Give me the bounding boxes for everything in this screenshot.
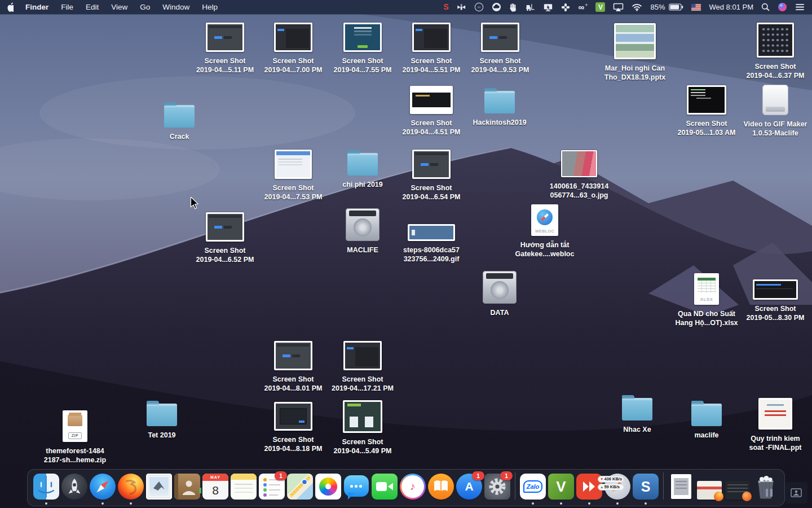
desktop-icon-qua-nd-cho-su-t-hang-h-ot-xlsx[interactable]: XLSX Qua ND cho Suất Hang Hộ...OT).xlsx — [670, 273, 743, 327]
menu-go[interactable]: Go — [134, 0, 156, 14]
dock-item-calendar[interactable]: MAY8 — [202, 474, 228, 500]
desktop-icon-screen-shot-2019-04-8-18-pm[interactable]: Screen Shot 2019-04...8.18 PM — [257, 402, 330, 453]
siri-icon[interactable] — [774, 0, 791, 14]
desktop-icon-nhac-xe[interactable]: Nhac Xe — [601, 393, 674, 435]
desktop-icon-screen-shot-2019-04-7-00-pm[interactable]: Screen Shot 2019-04...7.00 PM — [257, 23, 330, 75]
dock-item-document-file[interactable] — [668, 474, 694, 500]
desktop-icon-maclife[interactable]: MACLIFE — [326, 208, 399, 255]
dock-item-system-preferences[interactable]: 1 — [484, 474, 510, 500]
desktop-icon-screen-shot-2019-04-5-51-pm[interactable]: Screen Shot 2019-04...5.51 PM — [395, 23, 468, 75]
wifi-icon[interactable] — [628, 0, 646, 14]
menubar-app-name[interactable]: Finder — [19, 3, 55, 11]
desktop-icon-screen-shot-2019-04-6-54-pm[interactable]: Screen Shot 2019-04...6.54 PM — [395, 150, 468, 202]
notification-badge: 1 — [500, 471, 513, 480]
amphetamine-icon[interactable]: ∞+ — [574, 0, 592, 14]
desktop-icon-screen-shot-2019-04-17-21-pm[interactable]: Screen Shot 2019-04...17.21 PM — [326, 341, 399, 393]
creative-cloud-icon[interactable]: ∞ — [470, 0, 488, 14]
desktop-icon-steps-8006dca57-323756-2409-gif[interactable]: steps-8006dca57 323756...2409.gif — [395, 224, 468, 264]
notification-badge: 1 — [472, 471, 484, 480]
airplay-icon[interactable] — [609, 0, 628, 14]
dock-item-photos[interactable] — [315, 474, 341, 500]
dock-item-zalo[interactable]: Zalo — [520, 474, 546, 500]
desktop-icon-label: Screen Shot 2019-04...9.53 PM — [471, 57, 529, 75]
photos-flower — [319, 478, 337, 496]
desktop-icon-video-to-gif-maker-1-0-53-maclife[interactable]: Video to GIF Maker 1.0.53-Maclife — [739, 84, 812, 138]
frame-button[interactable] — [785, 482, 807, 503]
desktop-icon-screen-shot-2019-04-4-51-pm[interactable]: Screen Shot 2019-04...4.51 PM — [395, 86, 468, 137]
dock-item-snagit[interactable]: S — [633, 474, 659, 500]
dock-item-messages[interactable] — [343, 474, 369, 500]
menu-edit[interactable]: Edit — [80, 0, 105, 14]
desktop-icon-screen-shot-2019-04-8-01-pm[interactable]: Screen Shot 2019-04...8.01 PM — [257, 341, 330, 393]
usb-helper-icon[interactable] — [452, 0, 470, 14]
photo-pptx-icon — [614, 23, 656, 59]
dock-item-itunes[interactable]: ♪ — [400, 474, 426, 500]
menu-help[interactable]: Help — [196, 0, 224, 14]
desktop-icon-mar-hoi-nghi-can-tho-dx18-19-pptx[interactable]: Mar_Hoi nghi Can Tho_DX18.19.pptx — [598, 23, 672, 82]
dock-item-mail[interactable] — [146, 474, 172, 500]
desktop-icon-chi-phi-2019[interactable]: chi phi 2019 — [326, 148, 399, 190]
desktop-icon-screen-shot-2019-05-1-03-am[interactable]: Screen Shot 2019-05...1.03 AM — [670, 85, 743, 137]
desktop-icon-quy-trinh-kiem-soat-final-ppt[interactable]: Quy trinh kiem soat -FINAL.ppt — [739, 398, 812, 452]
dock-item-minimized-window-firefox[interactable] — [696, 474, 722, 500]
menu-file[interactable]: File — [55, 0, 80, 14]
desktop-icon-data[interactable]: DATA — [463, 271, 536, 318]
display-cursor-icon[interactable] — [539, 0, 557, 14]
clock-icon[interactable]: Wed 8:01 PM — [705, 0, 757, 14]
spotlight-icon[interactable] — [757, 0, 774, 14]
dock-item-safari[interactable] — [90, 474, 116, 500]
dock-separator — [515, 472, 515, 500]
dock-item-minimized-window-folx[interactable] — [725, 474, 751, 500]
notification-center-icon[interactable] — [791, 0, 809, 14]
desktop-icons-area: Screen Shot 2019-04...5.11 PM Screen Sho… — [0, 14, 812, 508]
vietnamese-input-icon[interactable]: V — [592, 0, 609, 14]
menu-view[interactable]: View — [105, 0, 134, 14]
snagit-icon[interactable]: S — [439, 0, 452, 14]
fan-control-icon[interactable] — [557, 0, 574, 14]
desktop-icon-screen-shot-2019-05-8-30-pm[interactable]: Screen Shot 2019-05...8.30 PM — [739, 279, 812, 322]
dock-item-maps[interactable] — [287, 474, 313, 500]
desktop-icon-label: Screen Shot 2019-04...7.53 PM — [264, 184, 323, 202]
pause-button[interactable] — [758, 482, 780, 503]
desktop-icon-screen-shot-2019-04-5-11-pm[interactable]: Screen Shot 2019-04...5.11 PM — [188, 23, 262, 75]
dock-item-firefox[interactable] — [118, 474, 144, 500]
desktop-icon-screen-shot-2019-04-7-55-pm[interactable]: Screen Shot 2019-04...7.55 PM — [326, 23, 399, 75]
forklift-icon[interactable] — [521, 0, 539, 14]
battery-icon[interactable]: 85% — [646, 0, 687, 14]
xlsx-icon: XLSX — [694, 273, 719, 305]
shot-dark-icon — [206, 212, 244, 242]
dock-item-facetime[interactable] — [372, 474, 398, 500]
desktop-icon-crack[interactable]: Crack — [143, 100, 216, 142]
window-thumbnail — [725, 481, 750, 500]
desktop-icon-screen-shot-2019-04-9-53-pm[interactable]: Screen Shot 2019-04...9.53 PM — [464, 23, 537, 75]
desktop-icon-screen-shot-2019-04-6-52-pm[interactable]: Screen Shot 2019-04...6.52 PM — [188, 212, 262, 264]
dock-item-folx[interactable]: ▼436 KB/s▲59 KB/s — [604, 474, 630, 500]
cloud-backup-icon[interactable] — [488, 0, 505, 14]
desktop-icon-label: Tet 2019 — [148, 431, 175, 440]
dock-item-notes[interactable] — [231, 474, 257, 500]
hand-tool-icon[interactable] — [505, 0, 521, 14]
dock-item-books[interactable] — [428, 474, 454, 500]
shot-dark2-icon — [274, 23, 312, 52]
menu-window[interactable]: Window — [156, 0, 196, 14]
dock-item-app-store[interactable]: A1 — [456, 474, 482, 500]
dock-item-finder[interactable] — [33, 474, 59, 500]
dock-item-reminders[interactable]: 1 — [259, 474, 285, 500]
input-flag-icon[interactable] — [687, 0, 705, 14]
apple-menu-icon[interactable] — [0, 0, 19, 14]
desktop-icon-1400616-7433914-056774-63-o-jpg[interactable]: 1400616_7433914 056774...63_o.jpg — [542, 150, 616, 200]
desktop-icon-screen-shot-2019-04-7-53-pm[interactable]: Screen Shot 2019-04...7.53 PM — [257, 150, 330, 202]
desktop-icon-themeforest-1484-2187-sh-heme-zip[interactable]: ZIP themeforest-1484 2187-sh...heme.zip — [38, 410, 112, 465]
desktop-icon-screen-shot-2019-04-5-49-pm[interactable]: Screen Shot 2019-04...5.49 PM — [326, 400, 399, 456]
running-indicator — [588, 502, 590, 505]
snagit-letter: S — [641, 479, 651, 495]
dock-item-launchpad[interactable] — [61, 474, 87, 500]
desktop-icon-hackintosh2019[interactable]: Hackintosh2019 — [463, 86, 536, 128]
dock-item-contacts[interactable] — [174, 474, 200, 500]
dock-item-v-app[interactable]: V — [548, 474, 574, 500]
folder-icon — [164, 105, 195, 128]
desktop-icon-screen-shot-2019-04-6-37-pm[interactable]: Screen Shot 2019-04...6.37 PM — [739, 23, 812, 80]
desktop-icon-tet-2019[interactable]: Tet 2019 — [125, 398, 198, 440]
desktop-icon-h-ng-d-n-t-t-gatekee-webloc[interactable]: WEBLOC Hướng dẫn tắt Gatekee....webloc — [508, 204, 581, 259]
desktop-icon-maclife[interactable]: maclife — [670, 398, 743, 440]
